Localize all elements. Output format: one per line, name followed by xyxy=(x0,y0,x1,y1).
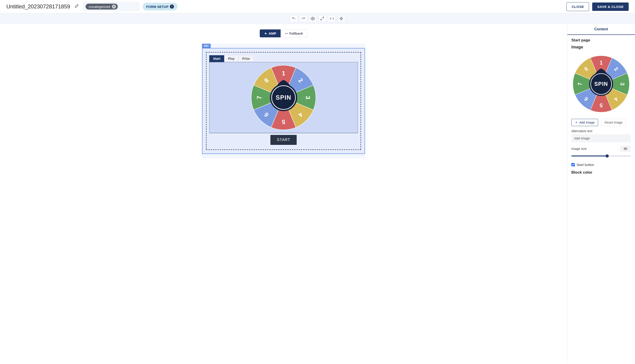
image-size-label: Image size xyxy=(571,147,618,150)
alt-text-label: Alternative text xyxy=(571,129,631,133)
redo-button[interactable] xyxy=(299,15,307,22)
tag-label: uncategorized xyxy=(89,5,110,8)
amp-button[interactable] xyxy=(337,15,345,22)
save-close-button[interactable]: SAVE & CLOSE xyxy=(592,2,629,11)
spin-wheel-image: 12345678SPIN xyxy=(250,64,318,132)
sidebar-tab-content[interactable]: Content xyxy=(567,24,635,35)
start-button[interactable]: START xyxy=(270,135,296,145)
element-type-badge: DIV xyxy=(202,44,211,48)
wheel-image-block[interactable]: 12345678SPIN xyxy=(209,62,358,133)
reset-image-button[interactable]: Reset Image xyxy=(601,119,626,126)
svg-point-0 xyxy=(312,18,313,19)
start-button-checkbox-label[interactable]: Start button xyxy=(576,163,594,166)
svg-text:5: 5 xyxy=(282,118,285,125)
add-image-button[interactable]: Add Image xyxy=(571,119,598,126)
image-preview: 12345678SPIN xyxy=(571,52,631,116)
start-button-checkbox[interactable] xyxy=(571,163,575,166)
mini-tab-play[interactable]: Play xyxy=(224,55,238,62)
tab-fallback[interactable]: Fallback xyxy=(281,30,307,37)
svg-text:1: 1 xyxy=(600,60,603,66)
section-image: Image xyxy=(571,45,631,50)
svg-text:5: 5 xyxy=(600,102,603,108)
edit-title-icon[interactable] xyxy=(73,3,80,10)
image-size-value[interactable]: 60 xyxy=(620,146,631,152)
svg-text:7: 7 xyxy=(256,96,263,99)
tag-chip: uncategorized ✕ xyxy=(86,4,118,10)
svg-text:1: 1 xyxy=(282,70,285,77)
preview-button[interactable] xyxy=(309,15,317,22)
mini-tab-prize[interactable]: Prize xyxy=(238,55,254,62)
tag-input-area[interactable]: uncategorized ✕ xyxy=(83,2,140,11)
svg-marker-1 xyxy=(340,17,343,20)
slider-thumb[interactable] xyxy=(605,154,609,158)
info-icon: i xyxy=(170,4,174,8)
alt-text-input[interactable] xyxy=(571,134,631,142)
section-start-page: Start page xyxy=(571,38,631,42)
svg-text:7: 7 xyxy=(577,82,583,85)
mini-tab-start[interactable]: Start xyxy=(209,55,224,62)
svg-text:SPIN: SPIN xyxy=(594,81,608,87)
section-block-color: Block color xyxy=(571,170,631,175)
tab-amp[interactable]: AMP xyxy=(260,30,280,37)
svg-text:3: 3 xyxy=(304,96,311,99)
tab-amp-label: AMP xyxy=(269,32,276,35)
image-size-slider[interactable] xyxy=(571,154,631,158)
form-setup-label: FORM SETUP xyxy=(146,5,169,8)
canvas-selected-div[interactable]: Start Play Prize 12345678SPIN START xyxy=(202,48,365,154)
fullscreen-button[interactable] xyxy=(318,15,326,22)
close-button[interactable]: CLOSE xyxy=(566,2,589,11)
code-button[interactable] xyxy=(328,15,336,22)
tag-remove-icon[interactable]: ✕ xyxy=(112,4,116,8)
svg-text:SPIN: SPIN xyxy=(276,94,291,101)
svg-marker-2 xyxy=(265,32,267,35)
add-image-label: Add Image xyxy=(579,121,595,124)
form-setup-badge[interactable]: FORM SETUP i xyxy=(143,3,178,10)
undo-button[interactable] xyxy=(290,15,298,22)
svg-text:3: 3 xyxy=(619,82,625,85)
document-title: Untitled_20230728171859 xyxy=(6,4,70,10)
tab-fallback-label: Fallback xyxy=(289,32,303,35)
